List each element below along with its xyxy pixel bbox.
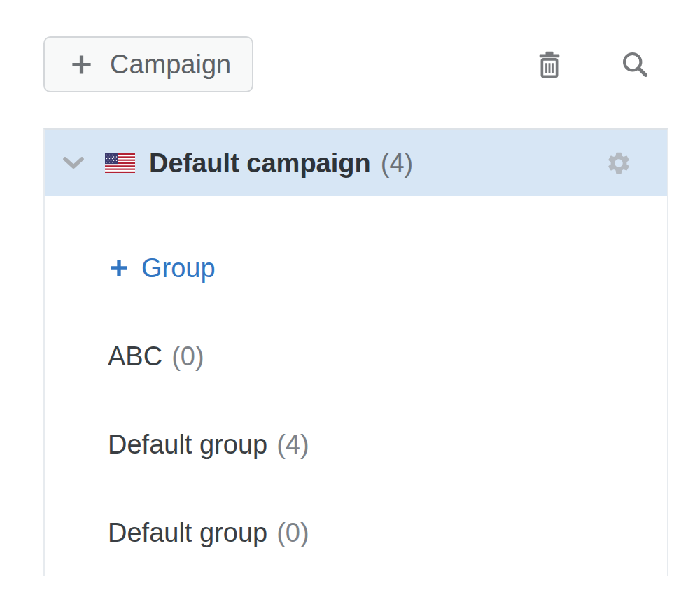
campaign-count: (4) — [381, 150, 413, 176]
trash-icon[interactable] — [534, 48, 565, 80]
campaign-tree-panel: Default campaign (4) Group ABC (0) Defau… — [43, 128, 668, 576]
group-name: Default group — [108, 431, 267, 458]
group-row[interactable]: ABC (0) — [45, 312, 667, 400]
plus-icon — [69, 52, 94, 78]
add-group-button[interactable]: Group — [45, 224, 667, 312]
add-group-label: Group — [141, 255, 216, 281]
add-campaign-label: Campaign — [110, 51, 231, 78]
add-campaign-button[interactable]: Campaign — [43, 36, 253, 92]
toolbar: Campaign — [0, 0, 693, 92]
group-count: (0) — [276, 519, 309, 546]
gear-icon[interactable] — [606, 150, 632, 176]
group-row[interactable]: Default group (0) — [45, 489, 667, 577]
toolbar-icons — [534, 48, 650, 80]
us-flag-icon — [105, 153, 135, 173]
group-count: (0) — [172, 343, 204, 370]
group-name: Default group — [108, 519, 267, 546]
search-icon[interactable] — [620, 49, 650, 80]
group-list: Group ABC (0) Default group (4) Default … — [45, 196, 667, 577]
group-row[interactable]: Default group (4) — [45, 400, 667, 489]
campaign-row[interactable]: Default campaign (4) — [45, 130, 667, 196]
chevron-down-icon[interactable] — [62, 155, 85, 171]
campaign-name: Default campaign — [149, 150, 371, 176]
group-name: ABC — [108, 343, 162, 370]
plus-icon — [108, 257, 130, 279]
group-count: (4) — [276, 431, 309, 458]
